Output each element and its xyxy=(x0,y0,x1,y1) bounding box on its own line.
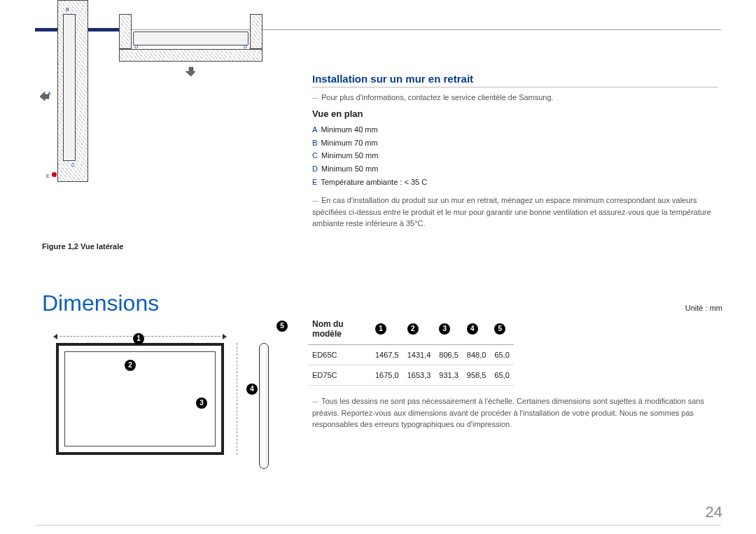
ventilation-note: En cas d'installation du produit sur un … xyxy=(312,195,722,230)
spec-key-a: A xyxy=(312,125,317,134)
label-d-left: D xyxy=(134,44,138,49)
spec-key-e: E xyxy=(312,178,317,186)
page-number: 24 xyxy=(706,503,722,521)
col-marker-1-icon: 1 xyxy=(375,323,386,335)
figure-12-sideview: B A C E xyxy=(42,0,105,182)
cell-c3: 931,3 xyxy=(435,365,463,386)
label-b: B xyxy=(66,7,69,12)
dimension-rule-right xyxy=(237,343,237,455)
device-side xyxy=(63,14,76,161)
cell-c4: 958,5 xyxy=(463,365,491,386)
marker-1-icon: 1 xyxy=(133,333,144,344)
dimensions-table: Nom du modèle 1 2 3 4 5 ED65C 1467,5 143… xyxy=(308,314,514,386)
th-col1: 1 xyxy=(371,314,403,345)
spec-key-d: D xyxy=(312,164,318,173)
marker-5-icon: 5 xyxy=(276,321,288,332)
table-row: ED75C 1675,0 1653,3 931,3 958,5 65,0 xyxy=(308,365,514,386)
th-col4: 4 xyxy=(463,314,491,345)
dimensions-figures: 1 2 3 4 5 xyxy=(42,329,294,483)
cell-c5: 65,0 xyxy=(490,345,513,365)
cell-c3: 806,5 xyxy=(435,345,463,365)
th-col2: 2 xyxy=(403,314,435,345)
cell-c5: 65,0 xyxy=(490,365,513,386)
col-marker-5-icon: 5 xyxy=(494,323,505,335)
contact-note: Pour plus d'informations, contactez le s… xyxy=(312,93,554,101)
cell-c2: 1431,4 xyxy=(403,345,435,365)
marker-3-icon: 3 xyxy=(196,398,207,409)
spec-val-a: Minimum 40 mm xyxy=(321,125,377,134)
spec-val-c: Minimum 50 mm xyxy=(321,151,378,160)
label-e: E xyxy=(46,174,50,178)
cell-c1: 1467,5 xyxy=(371,345,403,365)
th-col5: 5 xyxy=(490,314,513,345)
unit-label: Unité : mm xyxy=(685,304,722,312)
label-d-right: D xyxy=(244,44,247,49)
arrow-down-icon xyxy=(186,66,197,77)
plan-view-heading: Vue en plan xyxy=(312,108,363,119)
col-marker-4-icon: 4 xyxy=(467,323,478,335)
th-model: Nom du modèle xyxy=(308,314,371,345)
cell-c4: 848,0 xyxy=(463,345,491,365)
dimensions-note: Tous les dessins ne sont pas nécessairem… xyxy=(312,395,722,430)
figure-13-topview: D D xyxy=(119,14,262,77)
cell-c1: 1675,0 xyxy=(371,365,403,386)
cell-model: ED75C xyxy=(308,365,371,386)
arrow-left-icon xyxy=(39,91,50,102)
device-slot-top xyxy=(133,31,248,45)
marker-4-icon: 4 xyxy=(246,384,258,395)
spec-key-b: B xyxy=(312,139,317,147)
section-title: Installation sur un mur en retrait xyxy=(312,73,718,87)
col-marker-3-icon: 3 xyxy=(439,323,450,335)
spec-list: A Minimum 40 mm B Minimum 70 mm C Minimu… xyxy=(312,123,427,188)
cell-c2: 1653,3 xyxy=(403,365,435,386)
cell-model: ED65C xyxy=(308,345,371,365)
th-col3: 3 xyxy=(435,314,463,345)
device-side-diagram xyxy=(259,343,269,469)
marker-2-icon: 2 xyxy=(125,360,136,371)
label-c: C xyxy=(71,162,75,167)
spec-val-e: Température ambiante : < 35 C xyxy=(321,178,427,186)
spec-val-d: Minimum 50 mm xyxy=(321,164,378,173)
footer-rule xyxy=(35,525,721,526)
dimensions-title: Dimensions xyxy=(42,290,159,316)
wall-hatch-bottom xyxy=(119,49,262,62)
temperature-dot-icon xyxy=(52,172,57,177)
table-row: ED65C 1467,5 1431,4 806,5 848,0 65,0 xyxy=(308,345,514,365)
wall-hatch-right xyxy=(250,14,262,49)
spec-val-b: Minimum 70 mm xyxy=(321,139,377,147)
figure-12-caption: Figure 1,2 Vue latérale xyxy=(42,242,123,251)
col-marker-2-icon: 2 xyxy=(407,323,419,335)
wall-hatch-left xyxy=(119,14,132,49)
device-front-inner xyxy=(64,351,216,447)
spec-key-c: C xyxy=(312,151,318,160)
